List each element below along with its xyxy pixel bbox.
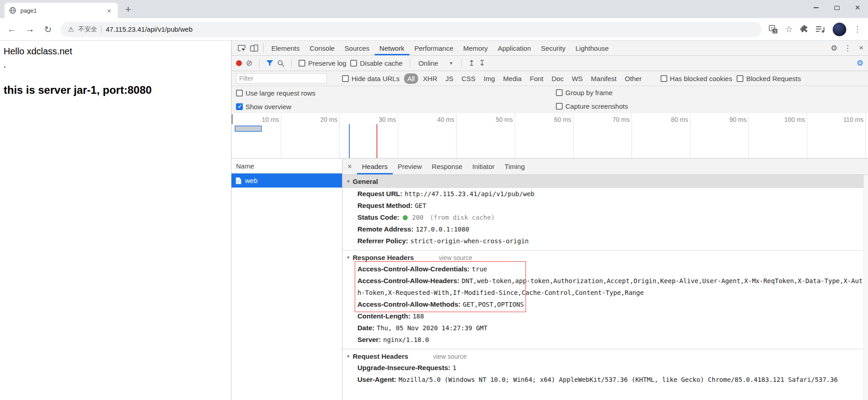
devtools-tab[interactable]: Memory <box>458 41 493 55</box>
checkbox[interactable] <box>236 90 243 96</box>
use-large-rows-checkbox[interactable]: Use large request rows <box>236 89 315 97</box>
bookmark-star-icon[interactable]: ☆ <box>785 24 793 34</box>
checkbox[interactable] <box>556 103 563 110</box>
devtools-tab[interactable]: Console <box>305 41 340 55</box>
browser-menu-icon[interactable]: ⋮ <box>854 24 862 34</box>
new-tab-button[interactable]: + <box>121 3 135 16</box>
headers-content[interactable]: ▾ General Request URL:http://47.115.23.4… <box>342 175 868 400</box>
disable-cache-checkbox[interactable]: Disable cache <box>350 59 402 67</box>
devtools-tab-label: Network <box>380 44 405 52</box>
media-controls-icon[interactable] <box>816 26 825 33</box>
request-timing-bar[interactable] <box>235 125 262 132</box>
browser-tab[interactable]: page1 × <box>5 3 118 18</box>
network-toolbar: ⊘ Preserve log Disable cache Online ▾ ↥ … <box>231 56 868 71</box>
group-by-frame-checkbox[interactable]: Group by frame <box>556 89 612 96</box>
type-filter-pill[interactable]: Img <box>481 73 498 84</box>
show-overview-checkbox[interactable]: Show overview <box>236 103 291 111</box>
throttling-dropdown[interactable]: Online ▾ <box>417 59 454 67</box>
filter-input[interactable] <box>236 73 327 83</box>
details-tab[interactable]: Initiator <box>468 159 500 174</box>
close-window-button[interactable]: ✕ <box>847 0 868 15</box>
filter-icon[interactable] <box>266 60 273 66</box>
devtools-close-icon[interactable]: × <box>854 43 868 53</box>
header-value: true <box>472 265 487 273</box>
type-filter-pill[interactable]: Manifest <box>588 73 620 84</box>
tab-close-icon[interactable]: × <box>105 7 113 14</box>
requests-list: Name web <box>231 159 342 400</box>
request-row[interactable]: web <box>231 173 342 188</box>
header-value: 1 <box>453 364 456 371</box>
network-overview-timeline[interactable]: 10 ms20 ms30 ms40 ms50 ms60 ms70 ms80 ms… <box>231 113 868 159</box>
view-source-link[interactable]: view source <box>439 254 473 261</box>
window-controls: ✕ <box>805 0 868 15</box>
import-har-icon[interactable]: ↥ <box>468 58 475 68</box>
close-details-icon[interactable]: × <box>342 163 357 171</box>
not-secure-warning-icon[interactable]: ⚠ <box>68 25 74 34</box>
extensions-puzzle-icon[interactable] <box>800 25 809 34</box>
devtools-tab[interactable]: Application <box>493 41 536 55</box>
devtools-tabbar: Elements Console Sources Network Perform… <box>231 41 868 56</box>
hide-data-urls-checkbox[interactable]: Hide data URLs <box>342 75 400 82</box>
address-bar[interactable]: ⚠ 不安全 47.115.23.41/api/v1/pub/web <box>61 22 762 37</box>
type-filter-pill[interactable]: Doc <box>548 73 567 84</box>
type-filter-pill[interactable]: All <box>404 73 418 84</box>
type-filter-pill[interactable]: CSS <box>458 73 479 84</box>
preserve-log-checkbox[interactable]: Preserve log <box>299 59 346 67</box>
forward-button[interactable]: → <box>24 24 35 34</box>
devtools-tab[interactable]: Security <box>536 41 570 55</box>
devtools-tab[interactable]: Lighthouse <box>570 41 613 55</box>
checkbox[interactable] <box>556 89 563 96</box>
header-row: Access-Control-Allow-Methods:GET,POST,OP… <box>342 299 863 310</box>
inspect-element-icon[interactable] <box>235 44 248 52</box>
search-icon[interactable] <box>277 60 285 67</box>
view-source-link[interactable]: view source <box>433 353 467 360</box>
checkbox[interactable] <box>236 103 243 110</box>
record-icon[interactable] <box>236 60 242 66</box>
translate-icon[interactable]: G 文 <box>769 25 778 34</box>
reload-button[interactable]: ↻ <box>43 24 53 35</box>
network-settings-gear-icon[interactable]: ⚙ <box>857 58 863 68</box>
details-tab[interactable]: Preview <box>393 159 427 174</box>
export-har-icon[interactable]: ↧ <box>479 58 485 68</box>
type-filter-pill[interactable]: JS <box>442 73 457 84</box>
timeline-start-marker <box>231 114 233 124</box>
section-general-header[interactable]: ▾ General <box>342 175 863 188</box>
checkbox[interactable] <box>350 60 357 67</box>
scrollbar[interactable] <box>863 175 868 400</box>
type-filter-pill[interactable]: WS <box>569 73 586 84</box>
section-request-headers-header[interactable]: ▾ Request Headers view source <box>342 349 863 362</box>
section-response-headers-header[interactable]: ▾ Response Headers view source <box>342 250 863 263</box>
checkbox[interactable] <box>737 75 743 82</box>
capture-screenshots-checkbox[interactable]: Capture screenshots <box>556 102 628 110</box>
security-label[interactable]: 不安全 <box>78 25 97 34</box>
details-tab[interactable]: Headers <box>357 159 393 174</box>
web-page-content: Hello xdclass.net , this is server jar-1… <box>0 41 231 400</box>
header-row: Remote Address:127.0.0.1:1080 <box>342 223 863 235</box>
back-button[interactable]: ← <box>6 24 17 34</box>
checkbox[interactable] <box>299 60 305 67</box>
checkbox[interactable] <box>661 75 667 82</box>
type-filter-pill[interactable]: Other <box>622 73 645 84</box>
maximize-button[interactable] <box>826 0 847 15</box>
details-tab[interactable]: Response <box>427 159 468 174</box>
type-filter-pill[interactable]: Media <box>500 73 525 84</box>
type-filter-pill[interactable]: Font <box>526 73 546 84</box>
devtools-tab[interactable]: Sources <box>340 41 375 55</box>
divider <box>291 59 292 68</box>
url-text[interactable]: 47.115.23.41/api/v1/pub/web <box>106 25 193 33</box>
minimize-button[interactable] <box>805 0 826 15</box>
clear-icon[interactable]: ⊘ <box>246 58 252 68</box>
type-filter-pill[interactable]: XHR <box>420 73 441 84</box>
devtools-settings-gear-icon[interactable]: ⚙ <box>827 43 841 53</box>
name-column-header[interactable]: Name <box>231 159 342 173</box>
devtools-tab[interactable]: Network <box>375 41 410 55</box>
details-tab[interactable]: Timing <box>500 159 530 174</box>
profile-avatar[interactable] <box>833 23 846 36</box>
has-blocked-cookies-checkbox[interactable]: Has blocked cookies <box>661 75 733 82</box>
blocked-requests-checkbox[interactable]: Blocked Requests <box>737 75 801 82</box>
device-toolbar-icon[interactable] <box>248 44 260 52</box>
checkbox[interactable] <box>342 75 349 82</box>
devtools-tab[interactable]: Elements <box>266 41 305 55</box>
devtools-menu-icon[interactable]: ⋮ <box>841 43 854 53</box>
devtools-tab[interactable]: Performance <box>410 41 458 55</box>
